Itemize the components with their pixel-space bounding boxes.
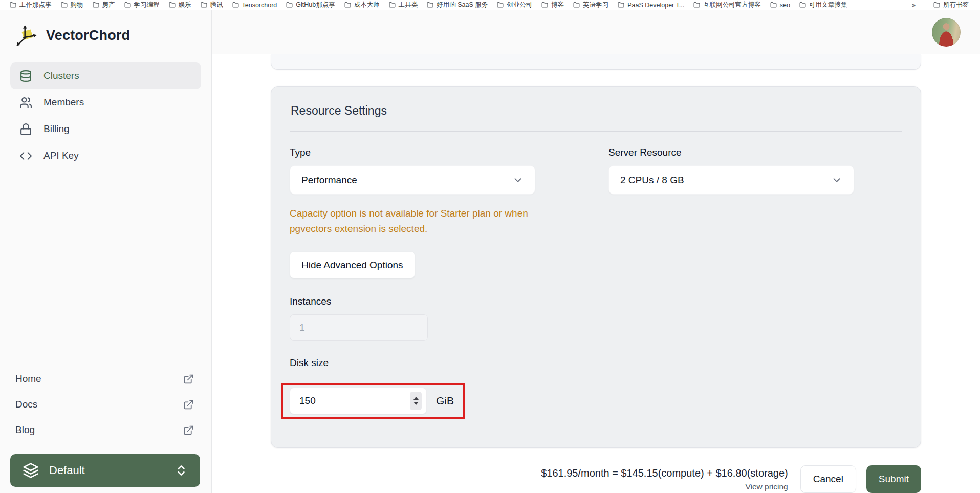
- bookmark-label: 创业公司: [507, 1, 532, 9]
- top-header: [212, 10, 980, 54]
- stepper-down-icon[interactable]: [413, 402, 419, 405]
- view-pricing-prefix: View: [745, 482, 765, 491]
- bookmark-label: 工作那点事: [19, 1, 52, 9]
- user-avatar[interactable]: [932, 18, 961, 47]
- bookmark-label: 博客: [551, 1, 564, 9]
- bookmark-folder-item[interactable]: GitHub那点事: [281, 1, 339, 9]
- folder-icon: [770, 2, 777, 8]
- sidebar-nav: Clusters Members Billing API Key: [0, 59, 211, 169]
- bookmark-folder-item[interactable]: 腾讯: [196, 1, 228, 9]
- capacity-warning-text: Capacity option is not available for Sta…: [290, 206, 535, 236]
- server-resource-select[interactable]: 2 CPUs / 8 GB: [608, 165, 854, 195]
- instances-input[interactable]: [290, 314, 428, 341]
- app-window: VectorChord Clusters Members Billing API…: [0, 10, 980, 493]
- instances-label: Instances: [290, 296, 535, 307]
- disk-size-input[interactable]: 150: [290, 388, 427, 414]
- bookmark-folder-item[interactable]: 可用文章搜集: [795, 1, 852, 9]
- hide-advanced-options-button[interactable]: Hide Advanced Options: [290, 251, 415, 278]
- bookmark-label: seo: [780, 2, 790, 9]
- folder-icon: [389, 2, 396, 8]
- external-link-icon: [183, 425, 194, 436]
- folder-icon: [169, 2, 176, 8]
- folder-icon: [232, 2, 239, 8]
- bookmarks-separator: [925, 2, 925, 9]
- chevron-down-icon: [512, 175, 524, 186]
- disk-size-unit: GiB: [436, 395, 454, 407]
- bookmarks-list: 工作那点事 购物 房产 学习编程 娱乐: [5, 1, 852, 9]
- external-link-item[interactable]: Home: [15, 366, 194, 392]
- bookmark-label: 可用文章搜集: [809, 1, 847, 9]
- server-resource-select-value: 2 CPUs / 8 GB: [620, 175, 684, 186]
- folder-icon: [573, 2, 580, 8]
- type-label: Type: [290, 147, 535, 158]
- sidebar-footer-links: Home Docs Blog: [0, 366, 211, 446]
- bookmark-folder-item[interactable]: seo: [766, 2, 795, 9]
- disk-size-label: Disk size: [290, 357, 535, 369]
- previous-card-partial: [271, 54, 921, 70]
- bookmark-folder-item[interactable]: 英语学习: [569, 1, 613, 9]
- bookmark-label: 学习编程: [134, 1, 160, 9]
- bookmark-folder-item[interactable]: 工作那点事: [5, 1, 56, 9]
- folder-icon: [693, 2, 700, 8]
- bookmarks-overflow-chevron[interactable]: »: [905, 1, 923, 9]
- left-gutter: [212, 54, 252, 493]
- sidebar-item-label: Clusters: [43, 70, 79, 81]
- layers-icon: [23, 462, 39, 479]
- type-select[interactable]: Performance: [290, 165, 535, 195]
- database-icon: [19, 70, 32, 82]
- bookmark-folder-item[interactable]: Tensorchord: [228, 2, 282, 9]
- stepper-up-icon[interactable]: [413, 397, 419, 400]
- disk-size-value: 150: [299, 395, 316, 406]
- folder-icon: [427, 2, 433, 8]
- external-link-item[interactable]: Blog: [15, 417, 194, 443]
- sidebar-item-billing[interactable]: Billing: [10, 116, 201, 142]
- bookmark-label: 互联网公司官方博客: [703, 1, 761, 9]
- pricing-link[interactable]: pricing: [765, 482, 788, 491]
- submit-button[interactable]: Submit: [866, 465, 921, 493]
- folder-icon: [541, 2, 548, 8]
- bookmark-folder-item[interactable]: 互联网公司官方博客: [689, 1, 766, 9]
- folder-icon: [497, 2, 504, 8]
- code-icon: [19, 149, 32, 162]
- external-link-label: Home: [15, 373, 41, 384]
- bookmark-folder-item[interactable]: 创业公司: [492, 1, 537, 9]
- sidebar-item-members[interactable]: Members: [10, 89, 201, 116]
- server-resource-label: Server Resource: [608, 147, 854, 158]
- resource-form: Type Performance Capacity option is not …: [290, 147, 902, 419]
- number-stepper[interactable]: [410, 392, 422, 410]
- card-title: Resource Settings: [290, 104, 902, 118]
- bookmark-folder-item[interactable]: 成本大师: [340, 1, 384, 9]
- scroll-area[interactable]: Resource Settings Type Performance Capac…: [252, 54, 941, 493]
- price-summary-block: $161.95/month = $145.15(compute) + $16.8…: [541, 467, 788, 491]
- users-icon: [19, 96, 32, 109]
- bookmark-folder-item[interactable]: PaaS Developer T...: [613, 2, 689, 9]
- bookmark-label: 房产: [102, 1, 115, 9]
- all-bookmarks-button[interactable]: 所有书签: [927, 1, 975, 9]
- sidebar-item-clusters[interactable]: Clusters: [10, 62, 201, 89]
- bookmark-label: GitHub那点事: [296, 1, 335, 9]
- sidebar-item-api-key[interactable]: API Key: [10, 142, 201, 169]
- workspace-switcher-button[interactable]: Default: [10, 454, 200, 487]
- external-link-label: Blog: [15, 424, 35, 436]
- external-link-item[interactable]: Docs: [15, 392, 194, 417]
- bookmark-folder-item[interactable]: 好用的 SaaS 服务: [422, 1, 492, 9]
- external-link-label: Docs: [15, 399, 37, 410]
- logo[interactable]: VectorChord: [0, 10, 211, 59]
- bookmark-folder-item[interactable]: 房产: [88, 1, 120, 9]
- bookmark-folder-item[interactable]: 工具类: [384, 1, 423, 9]
- sidebar: VectorChord Clusters Members Billing API…: [0, 10, 212, 493]
- folder-icon: [61, 2, 68, 8]
- bookmark-label: 腾讯: [210, 1, 223, 9]
- view-pricing-line: View pricing: [541, 482, 788, 491]
- bookmark-folder-item[interactable]: 购物: [56, 1, 88, 9]
- bookmark-folder-item[interactable]: 娱乐: [164, 1, 196, 9]
- bookmark-label: PaaS Developer T...: [627, 2, 684, 9]
- highlight-box: 150 GiB: [281, 383, 465, 419]
- folder-icon: [344, 2, 351, 8]
- cancel-button[interactable]: Cancel: [800, 465, 856, 493]
- external-link-icon: [183, 374, 194, 384]
- chevron-up-down-icon: [175, 464, 188, 477]
- bookmark-folder-item[interactable]: 学习编程: [120, 1, 164, 9]
- sidebar-spacer: [0, 169, 211, 366]
- bookmark-folder-item[interactable]: 博客: [537, 1, 569, 9]
